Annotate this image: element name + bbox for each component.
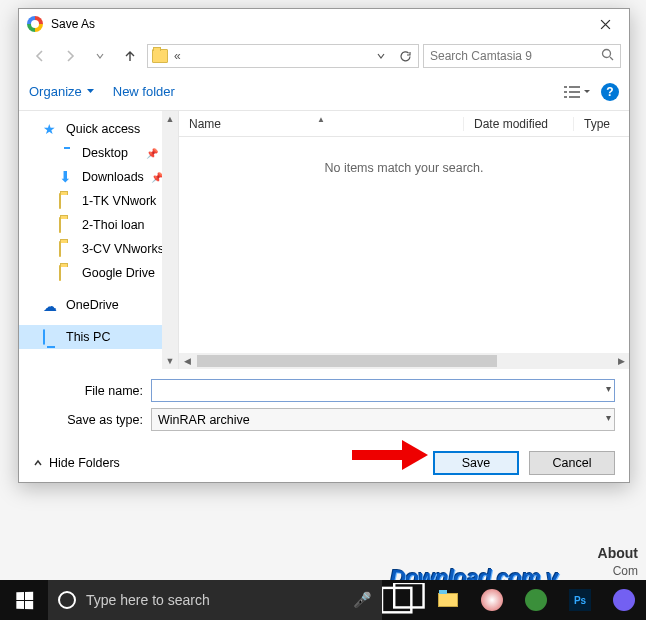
tree-item-folder[interactable]: Google Drive (19, 261, 178, 285)
svg-point-0 (603, 50, 611, 58)
form-area: File name: ▾ Save as type: WinRAR archiv… (19, 369, 629, 445)
cortana-icon (58, 591, 76, 609)
file-name-input[interactable] (151, 379, 615, 402)
tree-scrollbar[interactable]: ▲ ▼ (162, 111, 178, 369)
taskbar-search[interactable]: Type here to search 🎤 (48, 580, 382, 620)
save-button[interactable]: Save (433, 451, 519, 475)
recent-dropdown[interactable] (87, 43, 113, 69)
viber-icon (613, 589, 635, 611)
windows-icon (16, 591, 33, 609)
tree-onedrive[interactable]: ☁ OneDrive (19, 293, 178, 317)
back-button[interactable] (27, 43, 53, 69)
address-bar[interactable]: « (147, 44, 419, 68)
search-icon (601, 48, 614, 64)
photoshop-button[interactable]: Ps (558, 580, 602, 620)
save-as-dialog: Save As « Search Camtasia 9 Organize New… (18, 8, 630, 483)
folder-icon (152, 49, 168, 63)
pc-icon (43, 329, 45, 345)
address-dropdown-icon[interactable] (372, 51, 390, 61)
tree-item-folder[interactable]: 2-Thoi loan (19, 213, 178, 237)
tree-quick-access[interactable]: ★ Quick access (19, 117, 178, 141)
col-type[interactable]: Type (573, 117, 629, 131)
scroll-up-icon[interactable]: ▲ (162, 111, 178, 127)
save-type-select[interactable]: WinRAR archive (151, 408, 615, 431)
folder-icon (59, 265, 61, 281)
nav-tree: ★ Quick access Desktop 📌 ⬇ Downloads 📌 1… (19, 111, 179, 369)
refresh-button[interactable] (396, 50, 414, 63)
up-button[interactable] (117, 43, 143, 69)
explorer-icon (438, 593, 458, 607)
chrome-icon (27, 16, 43, 32)
tree-this-pc[interactable]: This PC (19, 325, 178, 349)
folder-icon (59, 241, 61, 257)
app-icon-1[interactable] (470, 580, 514, 620)
scroll-left-icon[interactable]: ◀ (179, 356, 195, 366)
start-button[interactable] (0, 580, 48, 620)
list-hscrollbar[interactable]: ◀ ▶ (179, 353, 629, 369)
column-headers: ▲ Name Date modified Type (179, 111, 629, 137)
chevron-up-icon (33, 458, 43, 468)
viber-button[interactable] (602, 580, 646, 620)
explorer-button[interactable] (426, 580, 470, 620)
scrollbar-thumb[interactable] (197, 355, 497, 367)
scroll-right-icon[interactable]: ▶ (613, 356, 629, 366)
new-folder-button[interactable]: New folder (113, 84, 175, 99)
file-name-label: File name: (33, 384, 151, 398)
taskbar-search-placeholder: Type here to search (86, 592, 210, 608)
folder-icon (59, 193, 61, 209)
task-view-icon (382, 583, 426, 617)
nav-row: « Search Camtasia 9 (19, 39, 629, 73)
star-icon: ★ (43, 122, 59, 136)
help-button[interactable]: ? (601, 83, 619, 101)
chevron-down-icon (583, 88, 591, 96)
scroll-down-icon[interactable]: ▼ (162, 353, 178, 369)
mic-icon[interactable]: 🎤 (353, 591, 372, 609)
folder-icon (59, 217, 61, 233)
cancel-button[interactable]: Cancel (529, 451, 615, 475)
app-icon-2[interactable] (514, 580, 558, 620)
sort-asc-icon: ▲ (317, 115, 325, 124)
col-name[interactable]: ▲ Name (179, 117, 463, 131)
hide-folders-button[interactable]: Hide Folders (33, 456, 120, 470)
page-heading-about: About (598, 545, 638, 561)
file-list: ▲ Name Date modified Type No items match… (179, 111, 629, 369)
chevron-down-icon[interactable]: ▾ (606, 383, 611, 394)
task-view-button[interactable] (382, 580, 426, 620)
taskbar: Type here to search 🎤 Ps (0, 580, 646, 620)
titlebar: Save As (19, 9, 629, 39)
dialog-body: ★ Quick access Desktop 📌 ⬇ Downloads 📌 1… (19, 111, 629, 369)
empty-message: No items match your search. (179, 137, 629, 353)
download-icon: ⬇ (59, 170, 75, 184)
page-text-com: Com (613, 564, 638, 578)
tree-item-downloads[interactable]: ⬇ Downloads 📌 (19, 165, 178, 189)
col-date-modified[interactable]: Date modified (463, 117, 573, 131)
organize-button[interactable]: Organize (29, 84, 95, 99)
tree-item-folder[interactable]: 3-CV VNworks (19, 237, 178, 261)
search-placeholder: Search Camtasia 9 (430, 49, 532, 63)
tree-item-desktop[interactable]: Desktop 📌 (19, 141, 178, 165)
pin-icon: 📌 (146, 148, 158, 159)
chevron-down-icon[interactable]: ▾ (606, 412, 611, 423)
close-button[interactable] (585, 10, 625, 38)
photoshop-icon: Ps (569, 589, 591, 611)
window-title: Save As (51, 17, 585, 31)
tree-item-folder[interactable]: 1-TK VNwork (19, 189, 178, 213)
cloud-icon: ☁ (43, 298, 59, 312)
breadcrumb: « (174, 49, 181, 63)
toolbar: Organize New folder ? (19, 73, 629, 111)
forward-button[interactable] (57, 43, 83, 69)
button-bar: Hide Folders Save Cancel (19, 445, 629, 487)
chevron-down-icon (86, 87, 95, 96)
view-options-button[interactable] (563, 85, 591, 99)
save-type-label: Save as type: (33, 413, 151, 427)
search-input[interactable]: Search Camtasia 9 (423, 44, 621, 68)
